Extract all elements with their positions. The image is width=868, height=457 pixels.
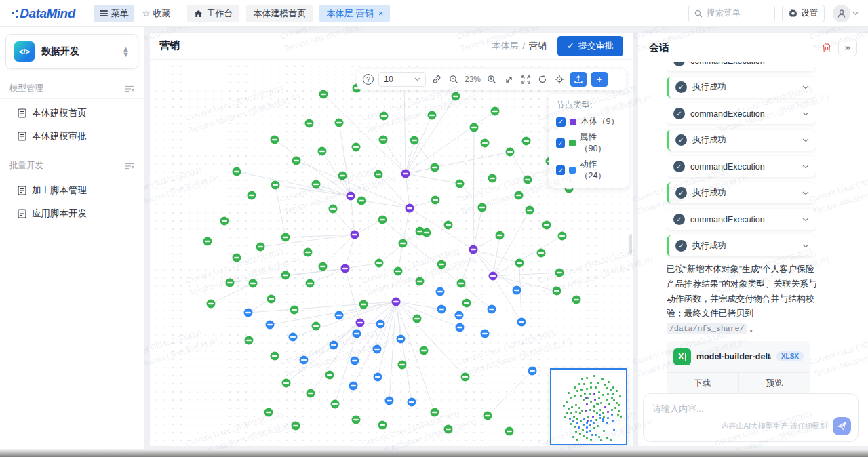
fullscreen-icon[interactable] [519, 73, 532, 85]
minimap-node-dot [576, 439, 578, 441]
link-icon[interactable] [431, 73, 443, 85]
chat-step-card[interactable]: ✓ 执行成功 [667, 77, 816, 98]
minimap-node-dot [612, 386, 614, 389]
legend-item-ontology[interactable]: ✓ 本体（9） [556, 116, 621, 127]
zoom-out-icon[interactable] [448, 73, 460, 85]
sidebar-item-ontology-home[interactable]: 本体建模首页 [0, 102, 144, 125]
chevron-down-icon[interactable] [802, 85, 809, 90]
send-button[interactable] [833, 417, 851, 435]
minimap-node-dot [593, 393, 595, 395]
minimap-node-dot [598, 436, 600, 438]
minimap-node-dot [598, 391, 600, 393]
minimap-node-dot [610, 439, 612, 441]
minimap-node-dot [581, 410, 583, 412]
chevron-down-icon[interactable] [802, 62, 809, 63]
tab-ontology-marketing[interactable]: 本体层-营销 × [319, 5, 390, 22]
chat-step-card[interactable]: ✓ commandExecution [667, 156, 816, 177]
collapse-section-icon[interactable] [125, 85, 134, 92]
minimap-node-dot [590, 382, 592, 384]
checkbox-checked[interactable]: ✓ [556, 165, 565, 175]
sidebar-item-script-management[interactable]: 加工脚本管理 [0, 179, 144, 202]
minimap-node-dot [597, 403, 599, 405]
check-circle-icon: ✓ [673, 161, 685, 172]
minimap-node-dot [599, 409, 601, 411]
canvas-scrollbar[interactable] [629, 234, 632, 254]
minimap-node-dot [570, 423, 572, 425]
minimap-node-dot [600, 439, 602, 441]
chat-step-card[interactable]: ✓ 执行成功 [667, 182, 816, 203]
collapse-panel-button[interactable]: » [838, 39, 857, 56]
refresh-icon[interactable] [536, 73, 549, 85]
export-button[interactable] [570, 72, 587, 87]
chevron-down-icon[interactable] [802, 112, 809, 116]
chevron-down-icon[interactable] [802, 218, 809, 222]
help-icon[interactable]: ? [363, 74, 374, 85]
tab-workbench[interactable]: 工作台 [187, 5, 239, 22]
tab-ontology-home[interactable]: 本体建模首页 [246, 5, 313, 22]
legend-item-action[interactable]: ✓ 动作（24） [556, 159, 621, 182]
preview-button[interactable]: 预览 [739, 373, 811, 394]
avatar [833, 5, 850, 22]
select-arrows-icon: ▲▼ [122, 46, 130, 57]
document-icon [18, 209, 26, 218]
chat-step-card[interactable]: ✓ commandExecution [667, 209, 816, 230]
zoom-in-icon[interactable] [486, 73, 498, 85]
minimap[interactable] [550, 368, 627, 445]
legend-item-attribute[interactable]: ✓ 属性（90） [556, 132, 621, 155]
chat-step-card[interactable]: ✓ commandExecution [667, 62, 816, 71]
workspace-name: 数据开发 [41, 45, 115, 58]
graph-canvas[interactable]: ? 10 23% [150, 60, 633, 446]
submit-approval-button[interactable]: ✓ 提交审批 [557, 36, 623, 56]
logo-text: DataMind [20, 6, 75, 21]
chat-step-card[interactable]: ✓ 执行成功 [667, 130, 816, 151]
minimap-node-dot [604, 384, 606, 386]
trash-icon[interactable] [822, 43, 831, 53]
minimap-node-dot [618, 404, 620, 406]
collapse-section-icon[interactable] [125, 163, 134, 170]
node-type-legend: 节点类型: ✓ 本体（9） ✓ 属性（90） ✓ 动作（24） [549, 94, 629, 188]
close-tab-icon[interactable]: × [378, 8, 384, 18]
minimap-node-dot [596, 412, 598, 414]
workspace-switcher[interactable]: </> 数据开发 ▲▼ [5, 34, 138, 69]
file-attachment-card[interactable]: X model-builder-delta_ab... XLSX 下载 预览 [667, 341, 810, 394]
chevron-down-icon[interactable] [802, 191, 809, 195]
file-path-code: /data/nfs_share/ [667, 323, 747, 334]
add-node-button[interactable]: + [591, 72, 608, 87]
checkbox-checked[interactable]: ✓ [556, 138, 565, 148]
settings-button[interactable]: 设置 [782, 5, 825, 22]
sidebar-item-script-dev[interactable]: 应用脚本开发 [0, 202, 144, 225]
check-circle-icon: ✓ [673, 62, 685, 66]
locate-icon[interactable] [553, 73, 566, 85]
section-model-management: 模型管理 [0, 76, 144, 99]
search-input[interactable]: 搜索菜单 [688, 5, 775, 22]
chevron-down-icon[interactable] [802, 138, 809, 142]
menu-button[interactable]: 菜单 [94, 5, 134, 22]
checkbox-checked[interactable]: ✓ [556, 117, 566, 127]
menu-label: 菜单 [111, 7, 129, 20]
document-icon [18, 132, 26, 141]
minimap-node-dot [590, 386, 592, 389]
sidebar-item-ontology-approval[interactable]: 本体建模审批 [0, 125, 144, 148]
chevron-down-icon[interactable] [802, 244, 809, 248]
star-icon: ☆ [142, 8, 151, 18]
breadcrumb: 本体层 / 营销 [492, 40, 547, 52]
chat-step-card[interactable]: ✓ commandExecution [667, 103, 816, 124]
conversation-scroll[interactable]: ✓ commandExecution ✓ 执行成功 ✓ commandExecu… [667, 62, 816, 395]
check-circle-icon: ✓ [673, 108, 685, 119]
file-type-badge: XLSX [776, 351, 804, 361]
minimap-node-dot [585, 410, 587, 412]
zoom-level: 23% [465, 75, 481, 84]
minimap-node-dot [602, 418, 604, 420]
fit-view-icon[interactable] [502, 73, 515, 85]
node-limit-select[interactable]: 10 [378, 72, 426, 87]
chat-input[interactable]: 请输入内容... 内容由AI大模型生产,请仔细甄别 [643, 393, 859, 442]
assistant-message: 已按“新增本体对象”生成“个人客户保险产品推荐结果”的对象类型、关联关系与动作函… [667, 262, 816, 336]
download-button[interactable]: 下载 [667, 373, 739, 394]
user-menu[interactable] [833, 5, 859, 22]
favorites-button[interactable]: ☆ 收藏 [142, 7, 171, 20]
ontology-color-swatch [570, 119, 576, 125]
minimap-node-dot [600, 402, 602, 404]
chevron-down-icon[interactable] [802, 165, 809, 169]
chat-step-card[interactable]: ✓ 执行成功 [667, 235, 816, 256]
conversation-panel: 会话 » ✓ commandExecution ✓ 执行成功 ✓ command… [638, 33, 868, 446]
